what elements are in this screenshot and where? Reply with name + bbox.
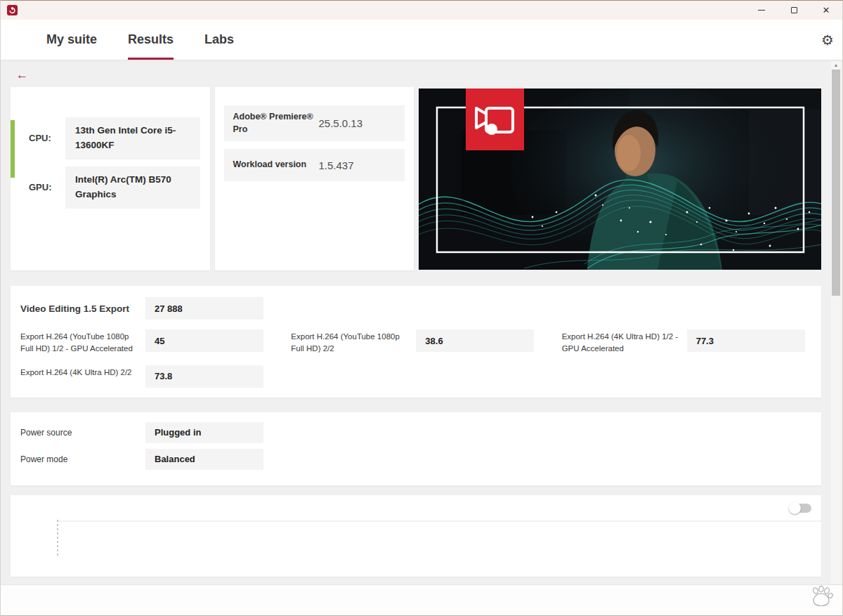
monitoring-chart: [57, 520, 821, 556]
version-label: Workload version: [233, 159, 318, 171]
additional-details-card: Power source Plugged in Power mode Balan…: [11, 412, 821, 485]
back-button[interactable]: ←: [16, 69, 34, 81]
detailed-scores-card: Video Editing 1.5 Export 27 888 Export H…: [11, 286, 821, 398]
detail-row: Power source Plugged in: [20, 422, 811, 443]
vertical-scrollbar[interactable]: ▲: [831, 61, 841, 584]
score-value: 73.8: [145, 365, 263, 388]
back-arrow-icon: ←: [16, 69, 28, 81]
nav-items: My suiteResultsLabs: [46, 20, 234, 60]
score-value: 38.6: [416, 329, 534, 352]
version-label: Adobe® Premiere® Pro: [233, 111, 318, 136]
hardware-value: 13th Gen Intel Core i5-13600KF: [65, 117, 200, 159]
tab-labs[interactable]: Labs: [204, 20, 234, 60]
score-value: 45: [145, 329, 263, 352]
score-cell: Export H.264 (YouTube 1080p Full HD) 1/2…: [20, 329, 270, 355]
detail-value: Balanced: [145, 449, 263, 470]
hardware-row: CPU: 13th Gen Intel Core i5-13600KF: [16, 117, 200, 159]
benchmark-hero-image: [419, 89, 821, 270]
main-content: ← CPU: 13th Gen Intel Core i5-13600KF GP…: [1, 60, 842, 616]
version-value: 25.5.0.13: [318, 117, 362, 129]
nav-bar: My suiteResultsLabs ⚙: [1, 20, 842, 60]
detail-value: Plugged in: [145, 422, 263, 443]
window-controls: ✕: [745, 1, 842, 20]
hardware-label: GPU:: [16, 182, 65, 192]
application-versions-card: Adobe® Premiere® Pro 25.5.0.13 Workload …: [215, 87, 414, 270]
score-label: Export H.264 (4K Ultra HD) 1/2 - GPU Acc…: [562, 329, 680, 355]
hardware-row: GPU: Intel(R) Arc(TM) B570 Graphics: [16, 166, 200, 209]
version-row: Workload version 1.5.437: [224, 149, 405, 181]
hero-illustration: [419, 89, 821, 270]
footer-toolbar: [1, 584, 842, 616]
score-label: Export H.264 (YouTube 1080p Full HD) 1/2…: [20, 329, 138, 355]
show-details-toggle[interactable]: [790, 504, 811, 513]
scrollbar-thumb[interactable]: [832, 70, 840, 296]
minimize-button[interactable]: [745, 1, 778, 20]
hardware-label: CPU:: [16, 133, 65, 143]
version-rows: Adobe® Premiere® Pro 25.5.0.13 Workload …: [224, 105, 405, 181]
detail-label: Power mode: [20, 454, 138, 464]
tab-my-suite[interactable]: My suite: [46, 20, 97, 60]
detail-row: Power mode Balanced: [20, 449, 811, 470]
score-cell: Video Editing 1.5 Export 27 888: [20, 297, 270, 320]
detail-label: Power source: [20, 428, 138, 438]
scrollbar-up-arrow-icon[interactable]: ▲: [831, 63, 841, 67]
settings-gear-icon[interactable]: ⚙: [821, 33, 834, 47]
monitoring-chart-plot: [57, 520, 821, 556]
tab-results[interactable]: Results: [128, 20, 174, 60]
version-value: 1.5.437: [318, 159, 353, 171]
score-cell: Export H.264 (4K Ultra HD) 2/2 73.8: [20, 365, 270, 388]
close-button[interactable]: ✕: [810, 1, 842, 20]
score-label: Export H.264 (4K Ultra HD) 2/2: [20, 365, 138, 379]
score-label: Export H.264 (YouTube 1080p Full HD) 2/2: [291, 329, 409, 355]
score-cell: Export H.264 (YouTube 1080p Full HD) 2/2…: [291, 329, 540, 355]
maximize-button[interactable]: [778, 1, 810, 20]
window-titlebar: ✕: [1, 1, 842, 20]
version-row: Adobe® Premiere® Pro 25.5.0.13: [224, 105, 405, 141]
score-cell: Export H.264 (4K Ultra HD) 1/2 - GPU Acc…: [562, 329, 811, 355]
toggle-knob: [789, 502, 801, 514]
hardware-value: Intel(R) Arc(TM) B570 Graphics: [65, 166, 200, 209]
procyon-app-icon: [7, 5, 18, 15]
score-value: 77.3: [687, 329, 805, 352]
video-camera-badge: [466, 89, 524, 150]
score-value: 27 888: [145, 297, 263, 320]
score-label: Video Editing 1.5 Export: [20, 297, 138, 316]
benchmark-score-card: CPU: 13th Gen Intel Core i5-13600KF GPU:…: [11, 87, 210, 270]
monitoring-card: [11, 495, 821, 577]
detailed-scores-grid: Video Editing 1.5 Export 27 888 Export H…: [20, 297, 811, 388]
score-accent-bar: [11, 120, 15, 178]
